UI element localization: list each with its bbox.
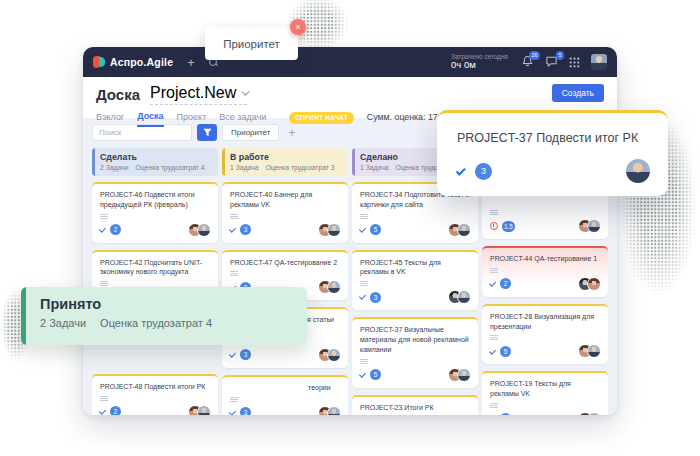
task-card[interactable]: PROJECT-46 Подвести итоги предыдущей РК … bbox=[92, 182, 218, 243]
grid-icon bbox=[569, 57, 580, 68]
estimate-badge: 5 bbox=[500, 346, 511, 357]
estimate-badge: 2 bbox=[110, 406, 121, 415]
avatar bbox=[587, 219, 601, 233]
logo-label: Аспро.Agile bbox=[110, 56, 173, 68]
callout-tasks: 2 Задачи bbox=[40, 317, 86, 329]
description-icon bbox=[490, 210, 498, 211]
check-icon bbox=[359, 371, 366, 378]
close-icon[interactable]: × bbox=[290, 19, 306, 35]
notifications-button[interactable]: 26 bbox=[521, 55, 534, 68]
chevron-down-icon bbox=[241, 87, 249, 95]
check-icon bbox=[359, 293, 366, 300]
check-icon bbox=[229, 409, 236, 415]
tab-project[interactable]: Проект bbox=[177, 112, 207, 126]
avatar bbox=[587, 344, 601, 358]
check-icon bbox=[489, 347, 496, 354]
task-card[interactable]: PROJECT-28 Визуализация для презентации … bbox=[482, 304, 608, 365]
avatar bbox=[457, 290, 471, 304]
tab-board[interactable]: Доска bbox=[137, 111, 163, 127]
app-logo[interactable]: Аспро.Agile bbox=[93, 56, 173, 68]
avatar bbox=[197, 405, 211, 415]
logo-icon bbox=[93, 56, 105, 68]
create-button[interactable]: Создать bbox=[552, 84, 604, 102]
task-card-alert[interactable]: PROJECT-44 QA-тестирование 1 2 bbox=[482, 246, 608, 297]
estimate-badge: 3 bbox=[240, 407, 251, 415]
app-window: Аспро.Agile + Затрачено сегодня 0ч 0м 26… bbox=[83, 47, 617, 415]
task-card[interactable]: PROJECT-23 Итоги РК 5 bbox=[352, 395, 478, 415]
check-icon bbox=[489, 280, 496, 287]
check-icon bbox=[99, 408, 106, 415]
task-card[interactable]: PROJECT-40 Баннер для рекламы VK 3 bbox=[222, 182, 348, 243]
estimate-badge: 5 bbox=[500, 413, 511, 415]
check-icon bbox=[99, 226, 106, 233]
app-header: Аспро.Agile + Затрачено сегодня 0ч 0м 26… bbox=[83, 47, 617, 77]
check-icon bbox=[456, 165, 466, 175]
priority-tooltip: Приоритет × bbox=[205, 27, 298, 60]
time-tracker-value: 0ч 0м bbox=[451, 60, 508, 71]
avatar bbox=[457, 368, 471, 382]
messages-button[interactable]: 5 bbox=[545, 55, 558, 68]
column-header[interactable]: В работе 1 ЗадачаОценка трудозатрат 3 bbox=[222, 148, 348, 176]
avatar bbox=[626, 159, 650, 183]
estimate-badge: 2 bbox=[500, 278, 511, 289]
check-icon bbox=[229, 351, 236, 358]
column-header[interactable]: Сделать 2 ЗадачиОценка трудозатрат 4 bbox=[92, 148, 218, 176]
description-icon bbox=[100, 281, 108, 282]
description-icon bbox=[360, 281, 368, 282]
accepted-column-callout: Принято 2 ЗадачиОценка трудозатрат 4 bbox=[21, 287, 307, 345]
avatar bbox=[327, 280, 341, 294]
messages-badge: 5 bbox=[556, 51, 564, 60]
time-tracker[interactable]: Затрачено сегодня 0ч 0м bbox=[451, 53, 508, 71]
description-icon bbox=[230, 214, 238, 215]
task-card[interactable]: PROJECT-45 Тексты для рекламы в VK 3 bbox=[352, 250, 478, 311]
priority-tooltip-label: Приоритет bbox=[223, 38, 280, 50]
tab-backlog[interactable]: Бэклог bbox=[96, 112, 124, 126]
quick-add-icon[interactable]: + bbox=[187, 56, 195, 69]
description-icon bbox=[490, 268, 498, 269]
user-avatar[interactable] bbox=[591, 54, 607, 70]
project-name: Project.New bbox=[150, 84, 236, 102]
task-card[interactable]: PROJECT-19 Тексты для рекламы VK 5 bbox=[482, 371, 608, 415]
description-icon bbox=[100, 214, 108, 215]
notifications-badge: 26 bbox=[529, 51, 540, 60]
avatar bbox=[327, 348, 341, 362]
estimate-badge: 3 bbox=[240, 224, 251, 235]
description-icon bbox=[490, 403, 498, 404]
project-select[interactable]: Project.New bbox=[150, 84, 247, 105]
avatar bbox=[327, 406, 341, 415]
description-icon bbox=[360, 214, 368, 215]
task-card[interactable]: PROJECT-37 Визуальные материалы для ново… bbox=[352, 317, 478, 387]
apps-menu-button[interactable] bbox=[569, 56, 580, 68]
estimate-badge: 5 bbox=[370, 369, 381, 380]
estimate-badge: 3 bbox=[370, 292, 381, 303]
description-icon bbox=[360, 359, 368, 360]
tab-all-tasks[interactable]: Все задачи bbox=[219, 112, 266, 126]
avatar bbox=[587, 412, 601, 415]
column-in-progress: В работе 1 ЗадачаОценка трудозатрат 3 PR… bbox=[222, 148, 348, 415]
sprint-status-badge: СПРИНТ НАЧАТ bbox=[289, 112, 354, 124]
avatar bbox=[587, 277, 601, 291]
estimate-badge: 2 bbox=[110, 224, 121, 235]
funnel-icon bbox=[203, 128, 212, 137]
task-card[interactable]: PROJECT-48 Подвести итоги РК 2 bbox=[92, 374, 218, 415]
popup-task-title: PROJECT-37 Подвести итог РК bbox=[457, 131, 650, 145]
overdue-icon bbox=[490, 222, 498, 230]
avatar bbox=[457, 223, 471, 237]
description-icon bbox=[230, 397, 238, 398]
add-filter-icon[interactable]: + bbox=[288, 126, 295, 140]
estimate-badge: 1.5 bbox=[502, 221, 515, 232]
check-icon bbox=[229, 226, 236, 233]
estimate-badge: 3 bbox=[475, 163, 492, 180]
check-icon bbox=[359, 226, 366, 233]
description-icon bbox=[230, 271, 238, 272]
page-title: Доска bbox=[96, 86, 140, 103]
avatar bbox=[197, 223, 211, 237]
task-card-popup[interactable]: PROJECT-37 Подвести итог РК 3 bbox=[437, 110, 668, 196]
avatar bbox=[327, 223, 341, 237]
description-icon bbox=[100, 396, 108, 397]
estimate-badge: 5 bbox=[370, 224, 381, 235]
estimate-badge: 3 bbox=[240, 349, 251, 360]
callout-title: Принято bbox=[40, 296, 307, 312]
callout-effort: Оценка трудозатрат 4 bbox=[100, 317, 212, 329]
task-card[interactable]: теории 3 bbox=[222, 375, 348, 415]
